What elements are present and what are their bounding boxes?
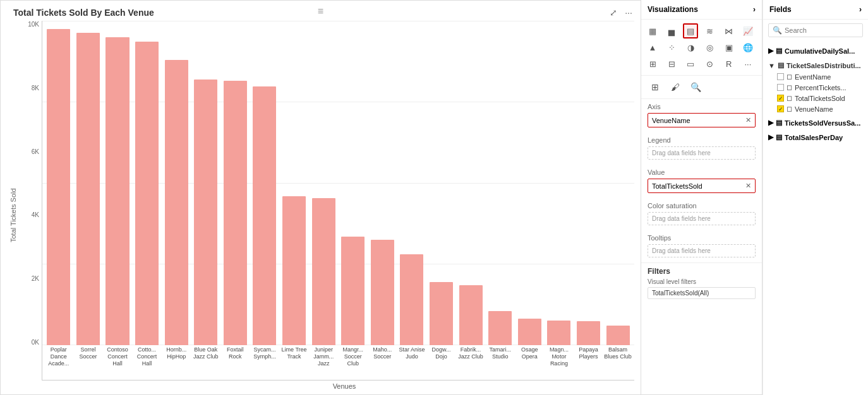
- cluster-bar-icon[interactable]: ▤: [683, 23, 698, 38]
- r-visual-icon[interactable]: R: [721, 56, 737, 71]
- bar-group[interactable]: [280, 21, 308, 345]
- bar-group[interactable]: [486, 21, 514, 345]
- legend-placeholder[interactable]: Drag data fields here: [648, 146, 756, 160]
- bar[interactable]: [371, 240, 394, 345]
- bar-group[interactable]: [575, 21, 603, 345]
- field-checkbox[interactable]: [777, 73, 784, 80]
- filters-section: Filters Visual level filters TotalTicket…: [641, 262, 762, 303]
- field-checkbox[interactable]: ✓: [777, 95, 784, 102]
- fields-tab-icon[interactable]: ⊞: [648, 80, 663, 95]
- gauge-icon[interactable]: ⊙: [702, 56, 717, 71]
- bars-row: [42, 21, 634, 345]
- color-saturation-placeholder[interactable]: Drag data fields here: [648, 212, 756, 225]
- bar-group[interactable]: [545, 21, 573, 345]
- field-item[interactable]: ✓◻VenueName: [763, 103, 868, 114]
- bar-group[interactable]: [516, 21, 544, 345]
- area-chart-icon[interactable]: ▲: [645, 40, 660, 55]
- bar[interactable]: [312, 198, 335, 345]
- treemap-icon[interactable]: ▣: [721, 40, 737, 55]
- bar[interactable]: [518, 319, 541, 345]
- field-group-header[interactable]: ▶▤CumulativeDailySal...: [763, 45, 868, 57]
- bar[interactable]: [488, 311, 512, 345]
- search-input[interactable]: [785, 27, 859, 34]
- bar-group[interactable]: [162, 21, 190, 345]
- bar-group[interactable]: [398, 21, 426, 345]
- bar-group[interactable]: [251, 21, 279, 345]
- bar-group[interactable]: [457, 21, 485, 345]
- viz-expand-icon[interactable]: ›: [753, 5, 756, 14]
- tooltips-placeholder[interactable]: Drag data fields here: [648, 244, 756, 257]
- field-group-header[interactable]: ▶▤TicketsSoldVersusSa...: [763, 117, 868, 129]
- bar-group[interactable]: [428, 21, 455, 345]
- line-chart-icon[interactable]: 📈: [740, 23, 756, 38]
- analytics-tab-icon[interactable]: 🔍: [688, 80, 703, 95]
- table-icon[interactable]: ⊞: [645, 56, 660, 71]
- stacked-bar-icon[interactable]: ▦: [645, 23, 660, 38]
- field-group-header[interactable]: ▶▤TotalSalesPerDay: [763, 131, 868, 143]
- bar[interactable]: [47, 29, 70, 345]
- chart-title: Total Tickets Sold By Each Venue: [7, 8, 154, 18]
- field-item[interactable]: ◻PercentTickets...: [763, 82, 868, 93]
- bar[interactable]: [606, 326, 630, 345]
- bar[interactable]: [430, 282, 453, 345]
- field-item[interactable]: ◻EventName: [763, 71, 868, 82]
- ribbon-icon[interactable]: ⋈: [721, 23, 737, 38]
- bar-chart-icon[interactable]: ▅: [664, 23, 679, 38]
- bar[interactable]: [105, 37, 129, 345]
- x-label: Balsam Blues Club: [604, 345, 632, 380]
- x-label: Sycam... Symph...: [251, 345, 279, 380]
- more-icon[interactable]: ···: [740, 56, 756, 71]
- bar-group[interactable]: [604, 21, 632, 345]
- format-tab-icon[interactable]: 🖌: [668, 80, 683, 95]
- bar-group[interactable]: [369, 21, 397, 345]
- scatter-icon[interactable]: ⁘: [664, 40, 679, 55]
- bar-group[interactable]: [222, 21, 250, 345]
- matrix-icon[interactable]: ⊟: [664, 56, 679, 71]
- expand-chart-icon[interactable]: ⤢: [608, 7, 619, 18]
- bar[interactable]: [577, 321, 600, 345]
- bar-group[interactable]: [104, 21, 131, 345]
- bar[interactable]: [341, 237, 365, 345]
- field-item[interactable]: ✓◻TotalTicketsSold: [763, 93, 868, 103]
- donut-icon[interactable]: ◎: [702, 40, 717, 55]
- bar-group[interactable]: [310, 21, 337, 345]
- field-icon: ◻: [787, 83, 792, 91]
- bar[interactable]: [282, 196, 306, 345]
- bar-group[interactable]: [133, 21, 161, 345]
- bar[interactable]: [547, 321, 570, 345]
- more-options-icon[interactable]: ···: [623, 7, 634, 18]
- bar[interactable]: [76, 33, 100, 345]
- field-label: VenueName: [795, 105, 833, 113]
- card-icon[interactable]: ▭: [683, 56, 698, 71]
- axis-field-remove[interactable]: ✕: [745, 116, 751, 124]
- value-field-box[interactable]: TotalTicketsSold ✕: [648, 179, 756, 193]
- filters-field-box[interactable]: TotalTicketsSold(All): [648, 287, 756, 299]
- field-group-header[interactable]: ▼▤TicketSalesDistributi...: [763, 59, 868, 71]
- pie-chart-icon[interactable]: ◑: [683, 40, 698, 55]
- fields-search-box[interactable]: 🔍: [768, 23, 863, 37]
- bar-group[interactable]: [192, 21, 220, 345]
- fields-expand-icon[interactable]: ›: [859, 5, 862, 14]
- value-field-remove[interactable]: ✕: [745, 182, 751, 190]
- bar[interactable]: [224, 81, 247, 345]
- bar[interactable]: [400, 254, 423, 345]
- bar[interactable]: [253, 86, 276, 345]
- field-checkbox[interactable]: [777, 84, 784, 91]
- viz-axis-section: Axis VenueName ✕: [641, 99, 762, 133]
- bar[interactable]: [194, 80, 217, 345]
- map-icon[interactable]: 🌐: [740, 40, 756, 55]
- group-chevron-icon: ▶: [768, 133, 773, 141]
- x-label: Papaya Players: [575, 345, 603, 380]
- bar-group[interactable]: [339, 21, 367, 345]
- bar[interactable]: [165, 60, 188, 345]
- bar-group[interactable]: [75, 21, 102, 345]
- field-label: PercentTickets...: [795, 84, 847, 91]
- waterfall-icon[interactable]: ≋: [702, 23, 717, 38]
- axis-field-box[interactable]: VenueName ✕: [648, 113, 756, 127]
- field-checkbox[interactable]: ✓: [777, 105, 784, 112]
- bar[interactable]: [135, 42, 159, 345]
- bar-group[interactable]: [45, 21, 73, 345]
- bar[interactable]: [459, 285, 483, 345]
- x-labels: Poplar Dance Acade...Sorrel SoccerContos…: [45, 345, 632, 380]
- x-label: Magn... Motor Racing: [545, 345, 573, 380]
